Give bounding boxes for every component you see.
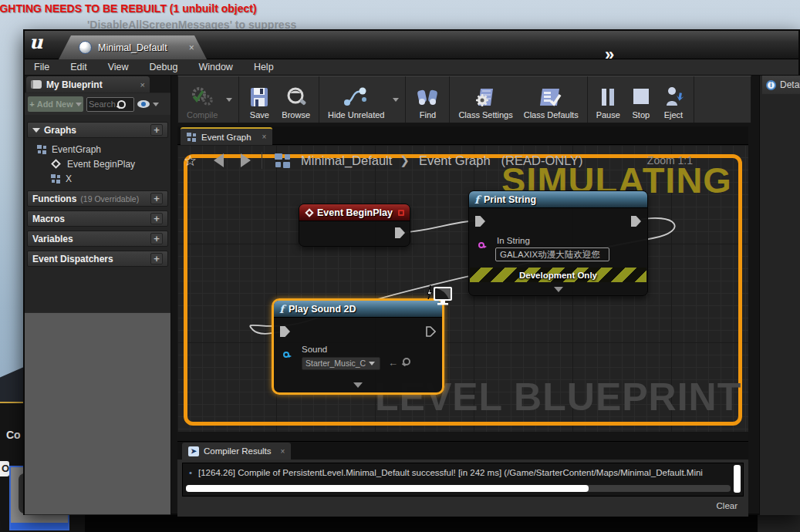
in-string-value-input[interactable]: GALAXIX动漫大陆欢迎您 bbox=[495, 247, 609, 261]
vertical-scrollbar[interactable] bbox=[734, 465, 741, 493]
exec-out-pin[interactable] bbox=[631, 216, 641, 227]
sidebar-empty-area bbox=[25, 312, 170, 514]
compiler-tab-row: ➤ Compiler Results × bbox=[177, 442, 748, 460]
add-new-button[interactable]: + Add New bbox=[28, 96, 83, 112]
event-graph-tab-label: Event Graph bbox=[201, 133, 251, 142]
functions-section-header[interactable]: Functions (19 Overridable) + bbox=[27, 190, 168, 207]
save-icon bbox=[248, 86, 271, 109]
exec-out-pin[interactable] bbox=[426, 326, 436, 337]
variables-section-header[interactable]: Variables + bbox=[27, 231, 168, 247]
node-expand-arrow-icon[interactable] bbox=[353, 382, 363, 388]
event-graph-tab[interactable]: Event Graph × bbox=[181, 127, 272, 145]
horizontal-scrollbar[interactable] bbox=[186, 485, 731, 492]
menu-debug[interactable]: Debug bbox=[150, 62, 178, 72]
exec-in-pin[interactable] bbox=[280, 326, 290, 337]
graph-viewport[interactable]: SIMULATING LEVEL BLUEPRINT Zoom 1:1 ☆ Mi… bbox=[177, 145, 748, 432]
string-pin[interactable] bbox=[478, 242, 484, 248]
visibility-eye-icon[interactable] bbox=[137, 100, 150, 108]
add-graph-button[interactable]: + bbox=[150, 124, 163, 136]
save-button[interactable]: Save bbox=[242, 76, 276, 123]
delegate-pin[interactable] bbox=[398, 210, 404, 216]
toolbar-overflow-chevron[interactable]: » bbox=[605, 45, 614, 65]
my-blueprint-panel: My Blueprint × + Add New bbox=[25, 76, 171, 515]
hide-unrelated-button[interactable]: Hide Unrelated bbox=[322, 76, 390, 123]
node-title: Print String bbox=[484, 194, 536, 205]
node-play-sound-2d[interactable]: f Play Sound 2D Sound Starter_Music_C ← bbox=[272, 298, 444, 395]
add-new-label: Add New bbox=[37, 99, 73, 109]
node-expand-arrow-icon[interactable] bbox=[554, 287, 563, 292]
macros-section-header[interactable]: Macros + bbox=[27, 210, 168, 227]
node-header[interactable]: f Print String bbox=[469, 191, 647, 208]
panel-splitter[interactable] bbox=[177, 432, 748, 441]
content-browser-search-icon[interactable]: O bbox=[0, 461, 9, 476]
class-settings-label: Class Settings bbox=[458, 110, 512, 120]
blueprint-search-input[interactable] bbox=[89, 99, 116, 109]
graphs-section-header[interactable]: Graphs + bbox=[27, 122, 168, 138]
document-tab-close-icon[interactable]: × bbox=[189, 42, 194, 53]
class-defaults-button[interactable]: Class Defaults bbox=[518, 76, 584, 123]
pause-label: Pause bbox=[596, 110, 620, 120]
eject-button[interactable]: Eject bbox=[657, 76, 690, 123]
my-blueprint-tab[interactable]: My Blueprint × bbox=[26, 76, 150, 93]
variables-label: Variables bbox=[32, 234, 73, 244]
eventgraph-label: EventGraph bbox=[52, 144, 101, 155]
compiler-log-row[interactable]: •[1264.26] Compile of PersistentLevel.Mi… bbox=[189, 468, 729, 477]
stop-icon bbox=[631, 86, 651, 109]
eye-options-chevron-icon[interactable] bbox=[153, 103, 159, 106]
sidebar-item-event-beginplay[interactable]: Event BeginPlay bbox=[25, 157, 170, 171]
add-event-dispatcher-button[interactable]: + bbox=[150, 253, 163, 264]
node-print-string[interactable]: f Print String In String GALAXIX动漫大陆欢迎您 … bbox=[468, 190, 648, 296]
menu-view[interactable]: View bbox=[108, 62, 129, 72]
use-selected-asset-icon[interactable]: ← bbox=[388, 357, 398, 369]
menu-edit[interactable]: Edit bbox=[70, 62, 87, 72]
compiler-results-tab[interactable]: ➤ Compiler Results × bbox=[182, 443, 291, 460]
menu-help[interactable]: Help bbox=[254, 62, 274, 72]
blueprint-search-box[interactable] bbox=[86, 97, 134, 112]
add-variable-button[interactable]: + bbox=[150, 233, 163, 244]
clear-button[interactable]: Clear bbox=[717, 501, 738, 510]
sound-asset-value: Starter_Music_C bbox=[305, 358, 366, 369]
stop-button[interactable]: Stop bbox=[626, 76, 657, 123]
functions-label: Functions bbox=[32, 194, 76, 204]
event-graph-tab-close-icon[interactable]: × bbox=[262, 133, 267, 141]
my-blueprint-tab-close-icon[interactable]: × bbox=[140, 80, 145, 89]
browse-asset-icon[interactable] bbox=[402, 358, 410, 366]
node-event-beginplay[interactable]: Event BeginPlay bbox=[299, 204, 410, 247]
browse-button[interactable]: Browse bbox=[276, 76, 316, 123]
graph-icon bbox=[51, 174, 61, 184]
exec-out-pin[interactable] bbox=[395, 227, 405, 238]
exec-in-pin[interactable] bbox=[475, 216, 485, 227]
search-icon bbox=[116, 100, 125, 109]
compile-button[interactable]: Compile bbox=[181, 76, 223, 123]
compile-options-chevron-icon[interactable] bbox=[223, 76, 235, 123]
object-pin[interactable] bbox=[283, 352, 289, 358]
graphs-label: Graphs bbox=[44, 125, 76, 136]
menu-window[interactable]: Window bbox=[198, 62, 232, 72]
node-header[interactable]: f Play Sound 2D bbox=[274, 301, 442, 318]
details-tab[interactable]: i Details bbox=[762, 76, 800, 94]
scrollbar-thumb[interactable] bbox=[186, 485, 589, 492]
event-beginplay-label: Event BeginPlay bbox=[67, 159, 135, 170]
sound-asset-dropdown[interactable]: Starter_Music_C bbox=[302, 357, 380, 370]
collapse-triangle-icon[interactable] bbox=[32, 128, 40, 133]
hide-unrelated-chevron-icon[interactable] bbox=[390, 76, 402, 123]
compiler-log-box[interactable]: •[1264.26] Compile of PersistentLevel.Mi… bbox=[182, 463, 744, 497]
menu-file[interactable]: File bbox=[34, 62, 49, 72]
pause-button[interactable]: Pause bbox=[591, 76, 626, 123]
add-function-button[interactable]: + bbox=[150, 193, 163, 204]
sidebar-item-x-graph[interactable]: X bbox=[25, 171, 170, 186]
add-macro-button[interactable]: + bbox=[150, 213, 163, 224]
node-header[interactable]: Event BeginPlay bbox=[299, 204, 410, 221]
event-dispatchers-section-header[interactable]: Event Dispatchers + bbox=[27, 251, 168, 267]
hide-unrelated-label: Hide Unrelated bbox=[328, 110, 384, 120]
event-diamond-icon bbox=[51, 159, 61, 169]
plus-icon: + bbox=[29, 99, 34, 109]
stop-label: Stop bbox=[633, 110, 650, 120]
compiler-tab-close-icon[interactable]: × bbox=[281, 447, 285, 456]
eject-icon bbox=[662, 86, 685, 109]
find-button[interactable]: Find bbox=[409, 76, 446, 123]
class-settings-button[interactable]: Class Settings bbox=[453, 76, 518, 123]
title-bar[interactable]: u Minimal_Default × bbox=[25, 31, 798, 59]
sidebar-item-eventgraph[interactable]: EventGraph bbox=[25, 142, 170, 157]
document-tab[interactable]: Minimal_Default × bbox=[59, 35, 207, 59]
